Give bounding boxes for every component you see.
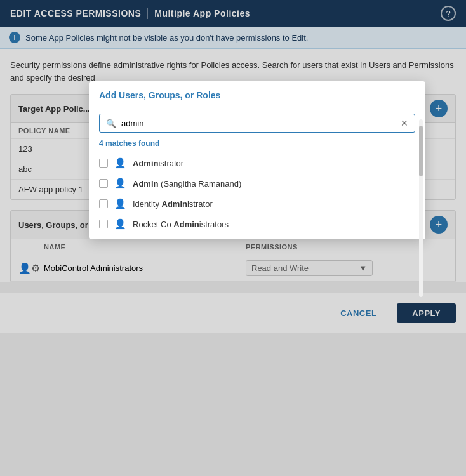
result-item-admin-sangitha[interactable]: 👤 Admin (Sangitha Ramanand) bbox=[89, 173, 425, 194]
result-label-rocket-co: Rocket Co Administrators bbox=[133, 220, 229, 229]
result-item-administrator[interactable]: 👤 Administrator bbox=[89, 153, 425, 173]
result-label-administrator: Administrator bbox=[133, 159, 183, 168]
dropdown-search-area: 🔍 ✕ bbox=[89, 107, 425, 136]
dropdown-search-input[interactable] bbox=[121, 119, 396, 128]
result-user-icon: 👤 bbox=[114, 157, 126, 169]
result-item-rocket-co[interactable]: 👤 Rocket Co Administrators bbox=[89, 214, 425, 234]
result-checkbox-identity-admin[interactable] bbox=[99, 199, 108, 208]
result-label-identity-admin: Identity Administrator bbox=[133, 199, 213, 209]
result-label-admin-sangitha: Admin (Sangitha Ramanand) bbox=[133, 179, 241, 188]
dropdown-scrollbar[interactable] bbox=[419, 119, 423, 297]
result-user-icon-2: 👤 bbox=[114, 178, 126, 189]
dropdown-title: Add Users, Groups, or Roles bbox=[89, 81, 425, 107]
result-checkbox-rocket-co[interactable] bbox=[99, 220, 108, 228]
add-users-dropdown: Add Users, Groups, or Roles 🔍 ✕ 4 matche… bbox=[89, 81, 425, 239]
result-user-icon-3: 👤 bbox=[114, 198, 126, 209]
dropdown-scroll-thumb bbox=[419, 126, 423, 176]
result-checkbox-administrator[interactable] bbox=[99, 159, 108, 168]
clear-search-icon[interactable]: ✕ bbox=[401, 118, 408, 128]
matches-count: 4 matches found bbox=[89, 136, 425, 153]
result-item-identity-admin[interactable]: 👤 Identity Administrator bbox=[89, 194, 425, 214]
dropdown-search-box[interactable]: 🔍 ✕ bbox=[99, 114, 415, 133]
result-checkbox-admin-sangitha[interactable] bbox=[99, 179, 108, 188]
dropdown-search-icon: 🔍 bbox=[106, 119, 116, 128]
result-user-icon-4: 👤 bbox=[114, 218, 126, 230]
